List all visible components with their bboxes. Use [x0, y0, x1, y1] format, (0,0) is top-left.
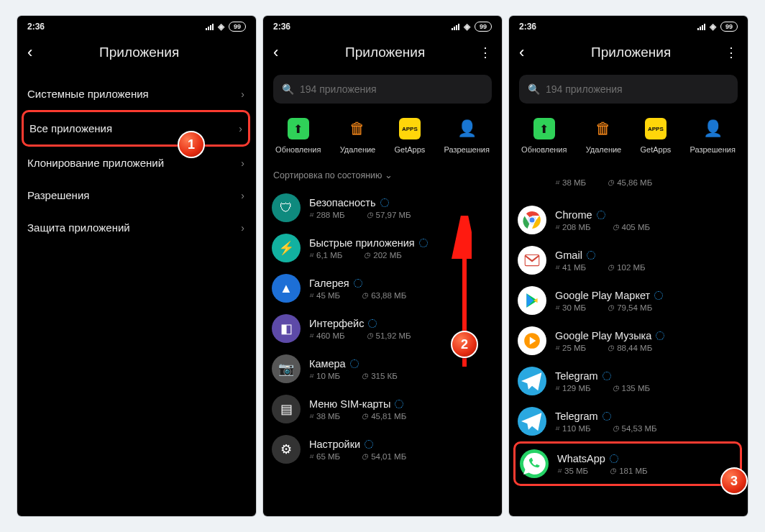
app-stats: ⌗25 МБ ◷88,44 МБ	[555, 344, 739, 352]
app-row[interactable]: 🛡 Безопасность ⌗288 МБ ◷57,97 МБ	[272, 188, 502, 228]
search-input[interactable]: 🔍 194 приложения	[273, 75, 492, 104]
sort-dropdown[interactable]: Сортировка по состоянию ⌄	[263, 167, 502, 188]
app-row-partial[interactable]: ⌗38 МБ ◷45,86 МБ	[518, 167, 748, 200]
disk-icon: ⌗	[309, 211, 313, 219]
action-label: GetApps	[394, 145, 425, 154]
search-placeholder: 194 приложения	[300, 83, 377, 95]
back-icon[interactable]: ‹	[27, 45, 32, 60]
app-bar: ‹ Приложения ⋮	[263, 35, 502, 70]
back-icon[interactable]: ‹	[519, 45, 524, 60]
app-icon: ▤	[272, 395, 301, 423]
status-right: ◈ 99	[206, 22, 246, 32]
row-app-protection[interactable]: Защита приложений ›	[27, 211, 256, 244]
action-permissions[interactable]: 👤 Разрешения	[690, 118, 735, 154]
app-info: Chrome ⌗208 МБ ◷405 МБ	[555, 209, 739, 231]
signal-icon	[206, 23, 214, 30]
app-row[interactable]: ⚡ Быстрые приложения ⌗6,1 МБ ◷202 МБ	[272, 228, 502, 268]
row-system-apps[interactable]: Системные приложения ›	[27, 78, 256, 110]
battery-icon: 99	[475, 22, 492, 32]
app-info: WhatsApp ⌗35 МБ ◷181 МБ	[557, 453, 736, 475]
app-icon: 🛡	[272, 193, 301, 222]
clock-icon: ◷	[608, 179, 614, 186]
action-label: Обновления	[275, 145, 321, 154]
apps-icon: APPS	[399, 118, 421, 139]
action-label: Удаление	[340, 145, 376, 154]
screen-apps-settings: 2:36 ◈ 99 ‹ Приложения Системные приложе…	[17, 16, 256, 516]
app-list[interactable]: ⌗38 МБ ◷45,86 МБ Chrome ⌗208 МБ ◷405 МБ …	[509, 167, 748, 486]
row-label: Защита приложений	[27, 221, 130, 234]
app-name: Chrome	[555, 209, 739, 221]
app-stats: ⌗41 МБ ◷102 МБ	[555, 263, 739, 272]
wifi-icon: ◈	[218, 22, 224, 32]
app-name: Камера	[309, 358, 493, 370]
action-label: Обновления	[521, 145, 567, 154]
status-time: 2:36	[273, 22, 290, 32]
clock-icon: ◷	[613, 385, 619, 392]
row-label: Системные приложения	[27, 88, 149, 100]
row-permissions[interactable]: Разрешения ›	[27, 179, 256, 211]
chevron-right-icon: ›	[241, 88, 244, 100]
chevron-right-icon: ›	[241, 222, 244, 234]
action-getapps[interactable]: APPS GetApps	[394, 118, 425, 154]
tutorial-three-screens: { "status": { "time": "2:36", "battery":…	[0, 0, 765, 532]
action-updates[interactable]: ⬆ Обновления	[521, 118, 567, 154]
loading-icon	[654, 291, 663, 300]
app-icon	[518, 407, 546, 436]
action-updates[interactable]: ⬆ Обновления	[275, 118, 321, 154]
app-stats: ⌗10 МБ ◷315 КБ	[309, 372, 493, 380]
person-icon: 👤	[702, 118, 723, 139]
app-stats: ⌗129 МБ ◷135 МБ	[555, 384, 739, 393]
status-right: ◈ 99	[697, 22, 738, 32]
app-info: Быстрые приложения ⌗6,1 МБ ◷202 МБ	[309, 237, 493, 260]
disk-icon: ⌗	[555, 425, 559, 432]
loading-icon	[419, 239, 428, 247]
app-name: Telegram	[555, 370, 739, 382]
chevron-right-icon: ›	[241, 157, 244, 169]
app-list[interactable]: 🛡 Безопасность ⌗288 МБ ◷57,97 МБ ⚡ Быстр…	[263, 188, 502, 469]
search-input[interactable]: 🔍 194 приложения	[519, 75, 738, 104]
trash-icon: 🗑	[592, 118, 614, 139]
disk-icon: ⌗	[309, 453, 313, 460]
disk-icon: ⌗	[555, 304, 559, 311]
disk-icon: ⌗	[555, 179, 559, 186]
app-row[interactable]: Google Play Маркет ⌗30 МБ ◷79,54 МБ	[518, 280, 748, 321]
app-row[interactable]: WhatsApp ⌗35 МБ ◷181 МБ	[513, 441, 742, 486]
action-uninstall[interactable]: 🗑 Удаление	[340, 118, 376, 154]
action-label: Удаление	[586, 145, 622, 154]
disk-icon: ⌗	[555, 264, 559, 271]
app-stats: ⌗288 МБ ◷57,97 МБ	[309, 211, 493, 219]
row-label: Разрешения	[27, 189, 89, 201]
app-stats: ⌗38 МБ ◷45,86 МБ	[555, 178, 739, 187]
more-icon[interactable]: ⋮	[479, 45, 492, 60]
chevron-right-icon: ›	[241, 190, 244, 201]
app-name: Telegram	[555, 411, 739, 422]
wifi-icon: ◈	[710, 22, 716, 32]
app-row[interactable]: Chrome ⌗208 МБ ◷405 МБ	[518, 200, 748, 240]
row-all-apps[interactable]: Все приложения ›	[22, 110, 250, 147]
back-icon[interactable]: ‹	[273, 45, 278, 60]
app-icon	[520, 449, 549, 478]
disk-icon: ⌗	[309, 413, 313, 420]
action-uninstall[interactable]: 🗑 Удаление	[586, 118, 622, 154]
disk-icon: ⌗	[555, 344, 559, 352]
app-row[interactable]: ▲ Галерея ⌗45 МБ ◷63,88 МБ	[272, 268, 502, 308]
row-clone-apps[interactable]: Клонирование приложений ›	[27, 147, 256, 179]
app-icon: ◧	[272, 314, 301, 343]
app-row[interactable]: ▤ Меню SIM-карты ⌗38 МБ ◷45,81 МБ	[272, 389, 502, 429]
person-icon: 👤	[456, 118, 477, 139]
settings-list: Системные приложения › Все приложения › …	[17, 78, 256, 244]
app-stats: ⌗6,1 МБ ◷202 МБ	[309, 251, 493, 260]
app-row[interactable]: Telegram ⌗129 МБ ◷135 МБ	[518, 361, 748, 401]
action-getapps[interactable]: APPS GetApps	[640, 118, 671, 154]
action-permissions[interactable]: 👤 Разрешения	[444, 118, 489, 154]
clock-icon: ◷	[367, 332, 373, 339]
signal-icon	[697, 23, 705, 30]
app-row[interactable]: ⚙ Настройки ⌗65 МБ ◷54,01 МБ	[272, 429, 502, 469]
trash-icon: 🗑	[347, 118, 368, 139]
app-row[interactable]: Google Play Музыка ⌗25 МБ ◷88,44 МБ	[518, 321, 748, 361]
action-label: Разрешения	[444, 145, 489, 154]
app-row[interactable]: Telegram ⌗110 МБ ◷54,53 МБ	[518, 401, 748, 441]
more-icon[interactable]: ⋮	[725, 45, 738, 60]
app-row[interactable]: Gmail ⌗41 МБ ◷102 МБ	[518, 240, 748, 280]
action-label: GetApps	[640, 145, 671, 154]
